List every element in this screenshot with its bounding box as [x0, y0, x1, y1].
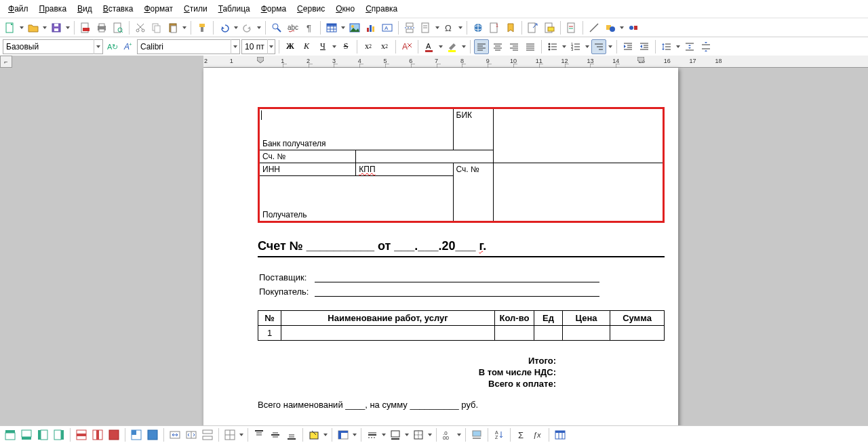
insert-bookmark-icon[interactable] [503, 20, 518, 35]
delete-col-icon[interactable] [90, 427, 105, 442]
align-left-button[interactable] [474, 39, 489, 54]
font-color-icon[interactable]: A [422, 39, 437, 54]
border-color-dropdown[interactable] [404, 427, 410, 442]
print-icon[interactable] [94, 20, 109, 35]
delete-table-icon[interactable] [106, 427, 121, 442]
underline-dropdown[interactable] [332, 39, 337, 54]
optimize-dropdown[interactable] [239, 427, 244, 442]
copy-icon[interactable] [149, 20, 164, 35]
formatting-marks-icon[interactable]: ¶ [302, 20, 317, 35]
bold-button[interactable]: Ж [283, 39, 298, 54]
bullet-list-button[interactable] [545, 39, 560, 54]
acc2-label-cell[interactable]: Сч. № [453, 163, 494, 222]
inn-cell[interactable]: ИНН [259, 163, 356, 176]
bik-label-cell[interactable]: БИК [453, 108, 494, 150]
paste-dropdown[interactable] [182, 20, 187, 35]
basic-shapes-dropdown[interactable] [619, 20, 625, 35]
sum-icon[interactable]: Σ [514, 427, 529, 442]
table-row[interactable]: 1 [258, 326, 665, 341]
insert-chart-icon[interactable] [363, 20, 378, 35]
open-icon[interactable] [26, 20, 41, 35]
insert-col-before-icon[interactable] [35, 427, 50, 442]
save-icon[interactable] [49, 20, 64, 35]
border-color-icon[interactable] [388, 427, 403, 442]
insert-line-icon[interactable] [587, 20, 601, 35]
highlight-color-dropdown[interactable] [461, 39, 467, 54]
menu-view[interactable]: Вид [72, 1, 98, 16]
decrease-indent-button[interactable] [637, 39, 652, 54]
subscript-button[interactable]: x2 [377, 39, 392, 54]
kpp-cell[interactable]: КПП [356, 163, 453, 176]
increase-indent-button[interactable] [620, 39, 635, 54]
document-content[interactable]: Банк получателя БИК Сч. № ИНН КПП Сч. № … [258, 107, 665, 410]
font-color-dropdown[interactable] [438, 39, 443, 54]
clear-formatting-icon[interactable]: A [399, 39, 414, 54]
menu-help[interactable]: Справка [360, 1, 403, 16]
bank-recipient-cell[interactable]: Банк получателя [259, 108, 454, 150]
save-dropdown[interactable] [65, 20, 71, 35]
align-right-button[interactable] [507, 39, 521, 54]
superscript-button[interactable]: x2 [361, 39, 376, 54]
items-table[interactable]: № Наименование работ, услуг Кол-во Ед Це… [258, 310, 665, 341]
insert-table-icon[interactable] [324, 20, 339, 35]
outline-list-button[interactable] [591, 39, 606, 54]
menu-tools[interactable]: Сервис [292, 1, 330, 16]
insert-symbol-icon[interactable]: Ω [441, 20, 456, 35]
menu-file[interactable]: Файл [3, 1, 34, 16]
decrease-para-spacing-button[interactable] [698, 39, 713, 54]
paste-icon[interactable] [165, 20, 180, 35]
menu-styles[interactable]: Стили [178, 1, 213, 16]
update-style-icon[interactable]: A↻ [104, 39, 119, 54]
insert-cross-reference-icon[interactable] [526, 20, 540, 35]
valign-center-icon[interactable] [268, 427, 283, 442]
new-doc-icon[interactable] [3, 20, 18, 35]
insert-pagebreak-icon[interactable] [402, 20, 417, 35]
select-table-icon[interactable] [145, 427, 160, 442]
valign-bottom-icon[interactable] [284, 427, 299, 442]
cell-bg-dropdown[interactable] [323, 427, 328, 442]
bullet-list-dropdown[interactable] [561, 39, 567, 54]
insert-image-icon[interactable] [347, 20, 362, 35]
new-doc-dropdown[interactable] [19, 20, 24, 35]
menu-edit[interactable]: Правка [34, 1, 73, 16]
menu-format[interactable]: Формат [138, 1, 178, 16]
new-style-icon[interactable]: A+ [121, 39, 136, 54]
bank-details-table[interactable]: Банк получателя БИК Сч. № ИНН КПП Сч. № … [258, 107, 665, 223]
border-style-icon[interactable] [365, 427, 380, 442]
valign-top-icon[interactable] [252, 427, 267, 442]
export-pdf-icon[interactable] [78, 20, 93, 35]
track-changes-icon[interactable] [564, 20, 579, 35]
select-cell-icon[interactable] [129, 427, 144, 442]
find-replace-icon[interactable] [269, 20, 284, 35]
autoformat-icon[interactable] [336, 427, 351, 442]
document-page[interactable]: Банк получателя БИК Сч. № ИНН КПП Сч. № … [203, 68, 678, 425]
strikethrough-button[interactable]: S [338, 39, 353, 54]
insert-row-above-icon[interactable] [3, 427, 18, 442]
undo-dropdown[interactable] [233, 20, 239, 35]
increase-para-spacing-button[interactable] [682, 39, 697, 54]
insert-col-after-icon[interactable] [52, 427, 66, 442]
redo-icon[interactable] [240, 20, 255, 35]
show-draw-icon[interactable] [626, 20, 641, 35]
underline-button[interactable]: Ч [315, 39, 330, 54]
highlight-color-icon[interactable] [445, 39, 460, 54]
menu-form[interactable]: Форма [256, 1, 292, 16]
outline-list-dropdown[interactable] [608, 39, 613, 54]
acc1-label-cell[interactable]: Сч. № [259, 150, 356, 163]
insert-field-dropdown[interactable] [435, 20, 440, 35]
formula-icon[interactable]: ƒx [530, 427, 545, 442]
recipient-cell[interactable]: Получатель [259, 176, 454, 222]
menu-table[interactable]: Таблица [213, 1, 256, 16]
insert-footnote-icon[interactable]: 1 [487, 20, 502, 35]
spellcheck-icon[interactable]: abc [285, 20, 300, 35]
align-center-button[interactable] [490, 39, 505, 54]
sort-icon[interactable]: AZ [492, 427, 507, 442]
horizontal-ruler[interactable]: 21123456789101112131415161718 [203, 56, 868, 68]
insert-symbol-dropdown[interactable] [458, 20, 463, 35]
acc2-value-cell[interactable] [494, 163, 664, 222]
menu-insert[interactable]: Вставка [98, 1, 139, 16]
cut-icon[interactable] [133, 20, 148, 35]
supplier-value[interactable] [315, 271, 663, 284]
insert-caption-icon[interactable] [469, 427, 484, 442]
bik-value-cell[interactable] [494, 108, 664, 163]
